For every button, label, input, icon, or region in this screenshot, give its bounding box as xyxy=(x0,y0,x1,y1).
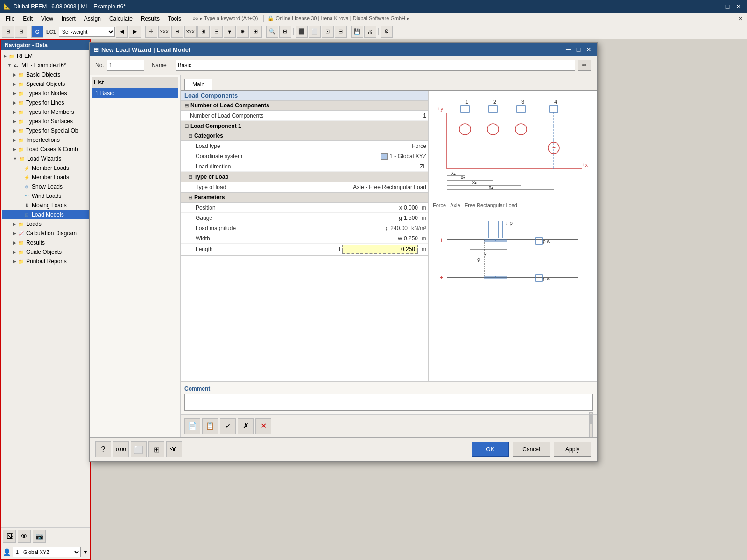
nav-load-wizards[interactable]: ▼ 📁 Load Wizards xyxy=(2,154,89,163)
nav-types-nodes[interactable]: ▶ 📁 Types for Nodes xyxy=(2,89,89,98)
info-btn[interactable]: 0.00 xyxy=(113,441,129,457)
tb-render2[interactable]: ⬜ xyxy=(309,26,321,38)
tab-main[interactable]: Main xyxy=(184,79,212,90)
comp1-collapse-btn[interactable]: ⊟ xyxy=(184,123,189,129)
nav-calc-diagram[interactable]: ▶ 📈 Calculation Diagram xyxy=(2,229,89,238)
main-action-btns: OK Cancel Apply xyxy=(472,442,591,457)
menu-edit[interactable]: Edit xyxy=(19,14,36,23)
nav-moving-loads[interactable]: ▶ ⬇ Moving Loads xyxy=(2,201,89,210)
nav-load-models[interactable]: ▶ ▶ ⊞ Load Models xyxy=(2,210,89,219)
menu-file[interactable]: File xyxy=(2,14,18,23)
tb-btn3[interactable]: ⊕ xyxy=(171,26,183,38)
nav-printout[interactable]: ▶ 📁 Printout Reports xyxy=(2,257,89,266)
nav-load-cases[interactable]: ▶ 📁 Load Cases & Comb xyxy=(2,145,89,154)
nav-basic-objects[interactable]: ▶ 📁 Basic Objects xyxy=(2,70,89,79)
table-btn[interactable]: ⊞ xyxy=(148,441,164,457)
maximize-btn[interactable]: □ xyxy=(723,2,732,11)
tb-cursor[interactable]: ✛ xyxy=(145,26,157,38)
menu-view[interactable]: View xyxy=(37,14,57,23)
dlg-btn-uncheck[interactable]: ✗ xyxy=(238,418,254,434)
tb-view1[interactable]: 🔍 xyxy=(266,26,278,38)
tb-btn6[interactable]: ▼ xyxy=(224,26,236,38)
secondary-minimize[interactable]: ─ xyxy=(726,14,735,23)
cat-collapse-btn[interactable]: ⊟ xyxy=(188,133,192,139)
nav-loads[interactable]: ▶ 📁 Loads xyxy=(2,219,89,229)
tb-btn4[interactable]: ⊞ xyxy=(197,26,210,38)
dlg-btn-delete[interactable]: ✕ xyxy=(255,418,271,434)
nav-types-lines[interactable]: ▶ 📁 Types for Lines xyxy=(2,98,89,107)
tb-next[interactable]: ▶ xyxy=(129,26,141,38)
comment-input[interactable] xyxy=(184,394,593,411)
tb-prev[interactable]: ◀ xyxy=(116,26,128,38)
view-btn[interactable]: ⬜ xyxy=(131,441,147,457)
tb-btn8[interactable]: ⊞ xyxy=(250,26,262,38)
tb-save[interactable]: 💾 xyxy=(351,26,363,38)
ok-button[interactable]: OK xyxy=(472,442,509,457)
menu-calculate[interactable]: Calculate xyxy=(106,14,136,23)
list-item-basic[interactable]: 1 Basic xyxy=(92,88,178,98)
scrollbar-thumb[interactable] xyxy=(590,414,593,424)
dialog-minimize-btn[interactable]: ─ xyxy=(564,45,572,54)
menu-insert[interactable]: Insert xyxy=(58,14,79,23)
name-input[interactable] xyxy=(176,60,575,71)
num-collapse-btn[interactable]: ⊟ xyxy=(184,103,189,109)
params-collapse-btn[interactable]: ⊟ xyxy=(188,195,192,201)
nav-wind-loads[interactable]: ▶ 〜 Wind Loads xyxy=(2,191,89,201)
nav-btn-camera[interactable]: 📷 xyxy=(33,530,46,543)
component1-header: ⊟ Load Component 1 xyxy=(181,121,428,131)
nav-types-members[interactable]: ▶ 📁 Types for Members xyxy=(2,107,89,117)
no-input[interactable] xyxy=(107,60,144,71)
length-input[interactable] xyxy=(342,245,418,254)
dialog-maximize-btn[interactable]: □ xyxy=(574,45,583,54)
tb-xxx2[interactable]: XXX xyxy=(184,26,197,38)
help-btn[interactable]: ? xyxy=(95,441,111,457)
nav-types-surfaces[interactable]: ▶ 📁 Types for Surfaces xyxy=(2,117,89,126)
dlg-btn-new[interactable]: 📄 xyxy=(184,418,200,434)
nav-btn-scene[interactable]: 🖼 xyxy=(3,530,16,543)
menu-assign[interactable]: Assign xyxy=(80,14,105,23)
toolbar-btn-2[interactable]: ⊟ xyxy=(15,26,27,38)
nav-snow-loads[interactable]: ▶ ❄ Snow Loads xyxy=(2,182,89,191)
lc-name-select[interactable]: Self-weight xyxy=(59,27,115,37)
cancel-button[interactable]: Cancel xyxy=(513,442,550,457)
dlg-btn-check[interactable]: ✓ xyxy=(220,418,236,434)
nav-imperfections[interactable]: ▶ 📁 Imperfections xyxy=(2,135,89,145)
tb-btn5[interactable]: ⊟ xyxy=(211,26,223,38)
edit-name-btn[interactable]: ✏ xyxy=(578,60,591,71)
nav-types-special[interactable]: ▶ 📁 Types for Special Ob xyxy=(2,126,89,135)
nav-project[interactable]: ▼ 🗂 ML - Example.rf6* xyxy=(2,61,89,70)
minimize-btn[interactable]: ─ xyxy=(712,2,721,11)
secondary-close[interactable]: ✕ xyxy=(736,14,745,23)
nav-member-loads-1[interactable]: ▶ ⚡ Member Loads xyxy=(2,163,89,173)
tb-view2[interactable]: ⊞ xyxy=(279,26,291,38)
tb-render3[interactable]: ⊡ xyxy=(322,26,334,38)
load-direction-label: Load direction xyxy=(181,162,335,171)
tb-btn7[interactable]: ⊕ xyxy=(237,26,249,38)
load-case-g[interactable]: G xyxy=(31,26,43,38)
tb-print[interactable]: 🖨 xyxy=(364,26,376,38)
menu-results[interactable]: Results xyxy=(137,14,163,23)
tb-settings[interactable]: ⚙ xyxy=(381,26,393,38)
nav-arrow-nodes: ▶ xyxy=(13,91,16,96)
tb-render4[interactable]: ⊟ xyxy=(335,26,347,38)
menu-tools[interactable]: Tools xyxy=(164,14,185,23)
nav-rfem-root[interactable]: ▶ 📁 RFEM xyxy=(2,51,89,61)
close-btn[interactable]: ✕ xyxy=(734,2,743,11)
tol-collapse-btn[interactable]: ⊟ xyxy=(188,174,192,180)
nav-coord-select[interactable]: 1 - Global XYZ xyxy=(13,547,81,557)
tb-sep2 xyxy=(143,28,143,35)
dialog-close-btn[interactable]: ✕ xyxy=(585,45,593,54)
load-magnitude-label: Load magnitude xyxy=(181,224,335,233)
apply-button[interactable]: Apply xyxy=(554,442,591,457)
search-box[interactable]: »» ▸ Type a keyword (Alt+Q) xyxy=(189,15,261,21)
nav-btn-eye[interactable]: 👁 xyxy=(18,530,31,543)
nav-member-loads-2[interactable]: ▶ ⚡ Member Loads xyxy=(2,173,89,182)
eye-btn[interactable]: 👁 xyxy=(166,441,182,457)
nav-results[interactable]: ▶ 📁 Results xyxy=(2,238,89,247)
tb-render1[interactable]: ⬛ xyxy=(296,26,308,38)
dlg-btn-copy[interactable]: 📋 xyxy=(202,418,218,434)
tb-xxx1[interactable]: XXX xyxy=(158,26,170,38)
toolbar-btn-1[interactable]: ⊞ xyxy=(2,26,14,38)
nav-special-objects[interactable]: ▶ 📁 Special Objects xyxy=(2,79,89,89)
nav-guide-objects[interactable]: ▶ 📁 Guide Objects xyxy=(2,247,89,257)
